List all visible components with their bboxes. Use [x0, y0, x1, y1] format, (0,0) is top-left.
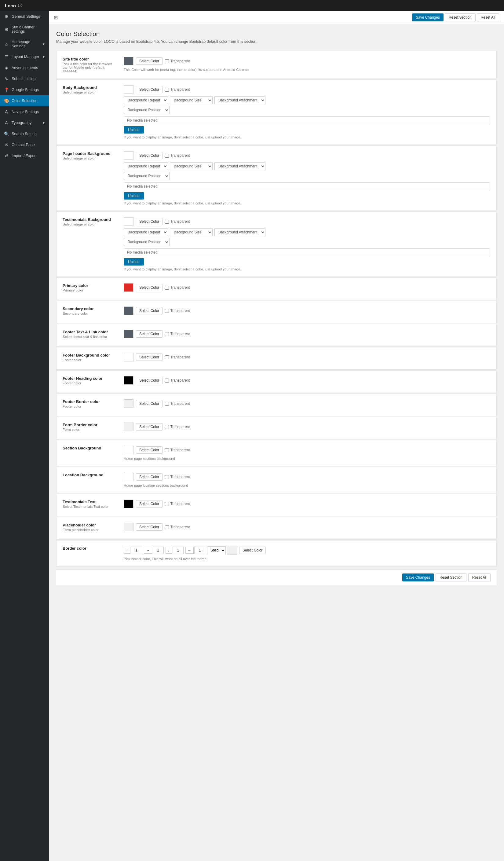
sidebar-item-general-settings[interactable]: ⚙ General Settings	[0, 11, 49, 22]
transparent-checkbox[interactable]	[165, 475, 169, 479]
reset-section-button[interactable]: Reset Section	[445, 13, 476, 22]
sidebar-item-homepage-settings[interactable]: ⌂ Homepage Settings ▼	[0, 37, 49, 51]
transparent-label[interactable]: Transparent	[165, 219, 190, 224]
transparent-checkbox[interactable]	[165, 448, 169, 452]
sidebar-item-layout-manager[interactable]: ☰ Layout Manager ▼	[0, 51, 49, 62]
bg-size-select[interactable]: Background Size	[170, 228, 213, 236]
transparent-checkbox[interactable]	[165, 59, 169, 63]
footer-reset-all-button[interactable]: Reset All	[468, 574, 491, 582]
spinner-left-input[interactable]	[194, 547, 205, 554]
color-swatch[interactable]	[124, 399, 134, 408]
color-swatch[interactable]	[124, 473, 134, 481]
select-color-button[interactable]: Select Color	[136, 330, 163, 338]
color-swatch[interactable]	[124, 446, 134, 454]
spinner-down-icon[interactable]: ↓	[166, 547, 172, 554]
transparent-label[interactable]: Transparent	[165, 425, 190, 429]
transparent-checkbox[interactable]	[165, 425, 169, 429]
transparent-label[interactable]: Transparent	[165, 285, 190, 290]
bg-repeat-select[interactable]: Background Repeat	[124, 96, 168, 104]
transparent-label[interactable]: Transparent	[165, 87, 190, 92]
transparent-checkbox[interactable]	[165, 154, 169, 158]
select-color-button[interactable]: Select Color	[136, 354, 163, 361]
upload-button[interactable]: Upload	[124, 192, 144, 200]
select-color-button[interactable]: Select Color	[136, 400, 163, 407]
transparent-checkbox[interactable]	[165, 286, 169, 290]
transparent-checkbox[interactable]	[165, 402, 169, 406]
color-swatch[interactable]	[124, 500, 134, 508]
bg-size-select[interactable]: Background Size	[170, 96, 213, 104]
select-color-button[interactable]: Select Color	[136, 152, 163, 159]
select-color-button[interactable]: Select Color	[136, 284, 163, 291]
sidebar-item-contact-page[interactable]: ✉ Contact Page	[0, 139, 49, 150]
bg-attachment-select[interactable]: Background Attachment	[214, 96, 265, 104]
border-color-swatch[interactable]	[227, 546, 237, 555]
color-swatch[interactable]	[124, 330, 134, 338]
sidebar-item-static-banner[interactable]: ⊞ Static Banner settings	[0, 22, 49, 37]
sidebar-item-typography[interactable]: A Typography ▼	[0, 117, 49, 128]
bg-size-select[interactable]: Background Size	[170, 162, 213, 170]
bg-position-select[interactable]: Background Position	[124, 106, 169, 114]
transparent-label[interactable]: Transparent	[165, 448, 190, 452]
upload-button[interactable]: Upload	[124, 126, 144, 134]
reset-all-button[interactable]: Reset All	[477, 13, 499, 22]
transparent-label[interactable]: Transparent	[165, 475, 190, 479]
sidebar-item-google-settings[interactable]: 📍 Google Settings	[0, 84, 49, 95]
transparent-label[interactable]: Transparent	[165, 153, 190, 158]
color-swatch[interactable]	[124, 306, 134, 315]
select-color-button[interactable]: Select Color	[136, 473, 163, 481]
select-color-button[interactable]: Select Color	[136, 500, 163, 507]
sidebar-item-search-setting[interactable]: 🔍 Search Setting	[0, 128, 49, 139]
save-changes-button[interactable]: Save Changes	[412, 13, 444, 22]
bg-position-select[interactable]: Background Position	[124, 172, 169, 180]
transparent-label[interactable]: Transparent	[165, 378, 190, 383]
transparent-label[interactable]: Transparent	[165, 525, 190, 529]
sidebar-item-import-export[interactable]: ↺ Import / Export	[0, 150, 49, 161]
transparent-label[interactable]: Transparent	[165, 332, 190, 336]
spinner-up-icon[interactable]: ↑	[124, 547, 130, 554]
select-color-button[interactable]: Select Color	[136, 307, 163, 314]
transparent-label[interactable]: Transparent	[165, 309, 190, 313]
footer-reset-section-button[interactable]: Reset Section	[436, 574, 466, 582]
bg-repeat-select[interactable]: Background Repeat	[124, 228, 168, 236]
sidebar-item-submit-listing[interactable]: ✎ Submit Listing	[0, 73, 49, 84]
bg-position-select[interactable]: Background Position	[124, 238, 169, 246]
select-color-button[interactable]: Select Color	[136, 57, 163, 65]
transparent-checkbox[interactable]	[165, 220, 169, 224]
color-swatch[interactable]	[124, 151, 134, 160]
sidebar-item-advertisements[interactable]: ◈ Advertisements	[0, 62, 49, 73]
transparent-checkbox[interactable]	[165, 332, 169, 336]
bg-attachment-select[interactable]: Background Attachment	[214, 162, 265, 170]
spinner-right-input[interactable]	[153, 547, 164, 554]
spinner-bottom-input[interactable]	[172, 547, 184, 554]
transparent-label[interactable]: Transparent	[165, 401, 190, 406]
upload-button[interactable]: Upload	[124, 258, 144, 265]
color-swatch[interactable]	[124, 217, 134, 226]
sidebar-item-color-selection[interactable]: 🎨 Color Selection	[0, 95, 49, 106]
border-select-color-button[interactable]: Select Color	[239, 547, 266, 554]
color-swatch[interactable]	[124, 523, 134, 531]
bg-repeat-select[interactable]: Background Repeat	[124, 162, 168, 170]
color-swatch[interactable]	[124, 353, 134, 361]
color-swatch[interactable]	[124, 423, 134, 431]
transparent-checkbox[interactable]	[165, 88, 169, 92]
transparent-checkbox[interactable]	[165, 525, 169, 529]
select-color-button[interactable]: Select Color	[136, 86, 163, 93]
color-swatch[interactable]	[124, 376, 134, 385]
transparent-label[interactable]: Transparent	[165, 502, 190, 506]
footer-save-button[interactable]: Save Changes	[402, 574, 434, 582]
transparent-checkbox[interactable]	[165, 309, 169, 313]
transparent-checkbox[interactable]	[165, 355, 169, 359]
transparent-checkbox[interactable]	[165, 502, 169, 506]
spinner-right-icon[interactable]: →	[144, 547, 152, 554]
select-color-button[interactable]: Select Color	[136, 377, 163, 384]
color-swatch[interactable]	[124, 283, 134, 292]
transparent-label[interactable]: Transparent	[165, 59, 190, 63]
select-color-button[interactable]: Select Color	[136, 523, 163, 531]
bg-attachment-select[interactable]: Background Attachment	[214, 228, 265, 236]
transparent-checkbox[interactable]	[165, 379, 169, 383]
color-swatch[interactable]	[124, 57, 134, 65]
select-color-button[interactable]: Select Color	[136, 218, 163, 225]
spinner-top-input[interactable]	[131, 547, 142, 554]
border-style-select[interactable]: Solid	[207, 546, 226, 554]
select-color-button[interactable]: Select Color	[136, 447, 163, 454]
